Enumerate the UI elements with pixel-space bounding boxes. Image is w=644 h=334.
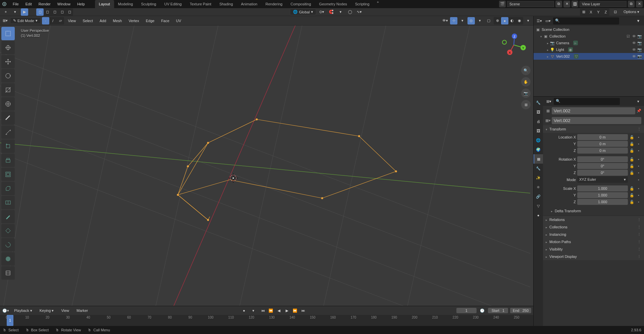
eye-icon[interactable]: 👁 bbox=[632, 34, 636, 39]
tab-texture-paint[interactable]: Texture Paint bbox=[186, 0, 215, 8]
new-view-layer-button[interactable]: ⧉ bbox=[628, 1, 635, 7]
rotation-x-field[interactable]: 0° bbox=[577, 156, 628, 162]
location-z-field[interactable]: 0 m bbox=[577, 148, 628, 154]
poly-build-tool[interactable] bbox=[1, 224, 15, 237]
lock-icon[interactable]: 🔓 bbox=[629, 186, 635, 191]
camera-data-icon[interactable]: ▹ bbox=[573, 41, 578, 45]
render-tab-icon[interactable]: 🖼 bbox=[534, 107, 543, 117]
anim-dot-icon[interactable]: • bbox=[636, 149, 641, 153]
navigation-gizmo[interactable]: Y X Z bbox=[500, 32, 527, 58]
face-select-mode-icon[interactable]: ▱ bbox=[57, 17, 64, 24]
lock-icon[interactable]: 🔓 bbox=[629, 171, 635, 175]
object-tab-icon[interactable]: ▦ bbox=[534, 154, 543, 164]
auto-key-icon[interactable]: ● bbox=[240, 307, 248, 314]
viewport-display-panel-header[interactable]: Viewport Display⋮ bbox=[543, 253, 644, 260]
properties-options-icon[interactable]: ▾ bbox=[635, 98, 642, 105]
spin-tool[interactable] bbox=[1, 238, 15, 252]
current-frame-field[interactable]: 1 bbox=[456, 308, 477, 313]
view-layer-input[interactable] bbox=[580, 1, 627, 7]
tab-animation[interactable]: Animation bbox=[237, 0, 261, 8]
modifiers-tab-icon[interactable]: 🔧 bbox=[534, 164, 543, 173]
gizmo-dropdown-icon[interactable]: ▾ bbox=[459, 17, 466, 24]
tab-modeling[interactable]: Modeling bbox=[114, 0, 137, 8]
cursor-tool-icon[interactable]: ⌖ bbox=[2, 8, 9, 16]
disclosure-icon[interactable] bbox=[547, 54, 549, 58]
view-menu[interactable]: View bbox=[65, 18, 79, 23]
render-icon[interactable]: 📷 bbox=[637, 34, 642, 39]
properties-editor-type-icon[interactable]: ⊞▾ bbox=[545, 98, 552, 105]
select-tool-icon[interactable]: ▶ bbox=[21, 8, 28, 16]
add-cube-tool[interactable]: + bbox=[1, 140, 15, 153]
panel-options-icon[interactable]: ⋮ bbox=[637, 247, 641, 252]
outliner-filter-icon[interactable]: ▼ bbox=[635, 17, 642, 24]
material-tab-icon[interactable]: ● bbox=[534, 211, 543, 220]
scale-x-field[interactable]: 1.000 bbox=[577, 185, 628, 191]
add-workspace-button[interactable]: + bbox=[374, 0, 382, 8]
proportional-dropdown-icon[interactable]: ∿▾ bbox=[356, 8, 363, 16]
rotation-z-field[interactable]: 0° bbox=[577, 170, 628, 176]
data-name-input[interactable] bbox=[552, 117, 641, 124]
lock-icon[interactable]: 🔓 bbox=[629, 200, 635, 204]
mesh-data-icon[interactable]: ▽ bbox=[574, 54, 579, 59]
panel-options-icon[interactable]: ⋮ bbox=[637, 254, 641, 259]
edge-menu[interactable]: Edge bbox=[143, 18, 157, 23]
pin-icon[interactable]: 📌 bbox=[637, 109, 641, 113]
edge-select-mode-icon[interactable]: / bbox=[49, 17, 57, 24]
jump-start-icon[interactable]: ⏮ bbox=[259, 307, 266, 314]
z-axis-button[interactable]: Z bbox=[602, 8, 609, 16]
anim-dot-icon[interactable]: • bbox=[636, 193, 641, 197]
light-data-icon[interactable]: ◉ bbox=[568, 47, 573, 52]
menu-help[interactable]: Help bbox=[74, 2, 88, 6]
mesh-data-tab-icon[interactable]: ▽ bbox=[534, 201, 543, 211]
wireframe-shading-icon[interactable]: ⊕ bbox=[494, 17, 501, 24]
collections-panel-header[interactable]: Collections⋮ bbox=[543, 223, 644, 231]
panel-options-icon[interactable]: ⋮ bbox=[637, 232, 641, 237]
mesh-menu[interactable]: Mesh bbox=[110, 18, 125, 23]
lock-icon[interactable]: 🔓 bbox=[629, 164, 635, 168]
collection-row[interactable]: ▣ Collection ☑ 👁 📷 bbox=[534, 33, 644, 40]
timeline-editor-type-icon[interactable]: 🕐▾ bbox=[2, 307, 9, 314]
jump-end-icon[interactable]: ⏭ bbox=[299, 307, 307, 314]
lock-icon[interactable]: 🔓 bbox=[629, 193, 635, 198]
mode-dropdown[interactable]: ✎ Edit Mode ▾ bbox=[10, 17, 41, 24]
material-shading-icon[interactable]: ◐ bbox=[508, 17, 516, 24]
anim-dot-icon[interactable]: • bbox=[636, 178, 641, 182]
chevron-down-icon[interactable]: ▾ bbox=[11, 8, 19, 16]
scale-z-field[interactable]: 1.000 bbox=[577, 199, 628, 205]
lock-icon[interactable]: 🔓 bbox=[629, 157, 635, 162]
scene-tab-icon[interactable]: 🌐 bbox=[534, 135, 543, 145]
xray-toggle-icon[interactable]: ▢ bbox=[485, 17, 492, 24]
start-frame-field[interactable]: Start 1 bbox=[488, 308, 508, 313]
timeline-ruler[interactable]: 1 01020304050607080901001101201301401501… bbox=[0, 315, 533, 326]
proportional-edit-icon[interactable]: ◯ bbox=[346, 8, 354, 16]
jump-prev-keyframe-icon[interactable]: ⏪ bbox=[267, 307, 275, 314]
keying-menu[interactable]: Keying ▾ bbox=[37, 308, 57, 314]
render-icon[interactable]: 📷 bbox=[637, 47, 642, 52]
camera-row[interactable]: 📷 Camera ▹ 👁 📷 bbox=[534, 40, 644, 46]
rotate-tool[interactable] bbox=[1, 69, 15, 82]
overlay-dropdown-icon[interactable]: ▾ bbox=[476, 17, 484, 24]
playback-menu[interactable]: Playback ▾ bbox=[11, 308, 35, 314]
select-intersect-icon[interactable]: ◻ bbox=[58, 8, 66, 16]
render-icon[interactable]: 📷 bbox=[637, 41, 642, 45]
annotate-tool[interactable] bbox=[1, 111, 15, 125]
disclosure-icon[interactable] bbox=[547, 41, 549, 45]
menu-render[interactable]: Render bbox=[35, 2, 54, 6]
eye-icon[interactable]: 👁 bbox=[632, 41, 636, 45]
delete-scene-button[interactable]: ✕ bbox=[563, 1, 570, 7]
mirror-options-icon[interactable]: ⊡ bbox=[611, 8, 619, 16]
menu-edit[interactable]: Edit bbox=[22, 2, 35, 6]
output-tab-icon[interactable]: 🖨 bbox=[534, 117, 543, 126]
anim-dot-icon[interactable]: • bbox=[636, 164, 641, 168]
perspective-toggle-icon[interactable]: ⊞ bbox=[521, 100, 531, 109]
smooth-tool[interactable] bbox=[1, 252, 15, 266]
outliner-search-input[interactable] bbox=[553, 17, 619, 24]
view-layer-browse-icon[interactable]: 🖼 bbox=[572, 1, 578, 7]
editor-type-icon[interactable]: ⊞▾ bbox=[1, 17, 9, 24]
zoom-icon[interactable]: 🔍 bbox=[521, 66, 531, 75]
lock-icon[interactable]: 🔓 bbox=[629, 135, 635, 140]
marker-menu[interactable]: Marker bbox=[74, 308, 91, 313]
visibility-panel-header[interactable]: Visibility⋮ bbox=[543, 245, 644, 253]
object-breadcrumb-icon[interactable]: ▦▾ bbox=[546, 118, 550, 123]
rendered-shading-icon[interactable]: ◉ bbox=[516, 17, 523, 24]
